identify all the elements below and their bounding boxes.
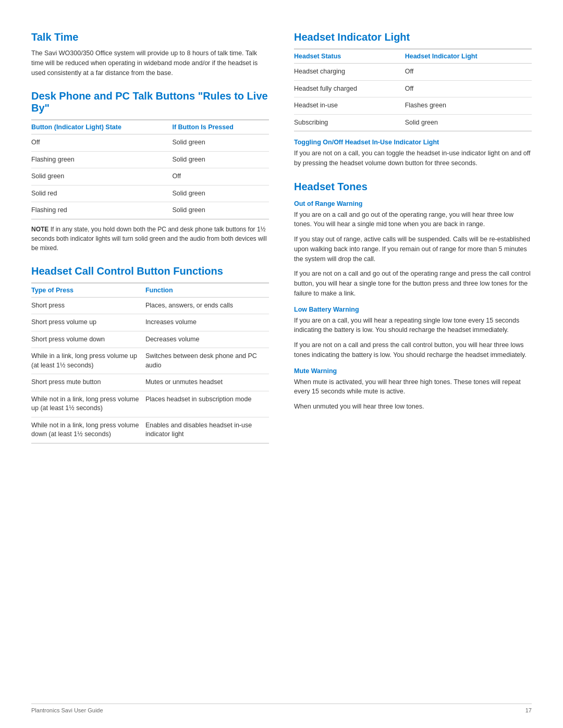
action-cell: Solid green <box>172 202 269 219</box>
desk-phone-table: Button (Indicator Light) State If Button… <box>31 119 269 219</box>
table-row: While in a link, long press volume up (a… <box>31 348 269 374</box>
status-cell: Subscribing <box>294 114 405 131</box>
toggle-heading: Toggling On/Off Headset In-Use Indicator… <box>294 139 532 146</box>
status-cell: Headset charging <box>294 64 405 81</box>
state-cell: Solid green <box>31 168 172 186</box>
headset-call-control-section: Headset Call Control Button Functions Ty… <box>31 265 269 443</box>
page-footer: Plantronics Savi User Guide 17 <box>31 704 532 713</box>
desk-phone-title: Desk Phone and PC Talk Buttons "Rules to… <box>31 90 269 114</box>
out-of-range-body3: If you are not on a call and go out of t… <box>294 269 532 298</box>
table-row: Short pressPlaces, answers, or ends call… <box>31 297 269 314</box>
table-row: Solid redSolid green <box>31 185 269 202</box>
headset-call-control-table: Type of Press Function Short pressPlaces… <box>31 282 269 443</box>
headset-indicator-light-section: Headset Indicator Light Headset Status H… <box>294 31 532 168</box>
function-cell: Switches between desk phone and PC audio <box>145 348 269 374</box>
desk-phone-section: Desk Phone and PC Talk Buttons "Rules to… <box>31 90 269 253</box>
light-cell: Off <box>405 64 532 81</box>
action-cell: Off <box>172 168 269 186</box>
table-row: Short press mute buttonMutes or unmutes … <box>31 374 269 391</box>
mute-warning-body1: When mute is activated, you will hear th… <box>294 377 532 397</box>
desk-phone-note: NOTE If in any state, you hold down both… <box>31 225 269 253</box>
light-cell: Flashes green <box>405 97 532 115</box>
table-row: Headset fully chargedOff <box>294 80 532 97</box>
action-cell: Solid green <box>172 151 269 168</box>
action-cell: Solid green <box>172 134 269 152</box>
table-row: OffSolid green <box>31 134 269 152</box>
light-cell: Off <box>405 80 532 97</box>
low-battery-heading: Low Battery Warning <box>294 306 532 313</box>
table-row: Short press volume upIncreases volume <box>31 314 269 331</box>
state-cell: Flashing red <box>31 202 172 219</box>
function-cell: Places, answers, or ends calls <box>145 297 269 314</box>
footer-right: 17 <box>525 707 532 713</box>
out-of-range-body2: If you stay out of range, active calls w… <box>294 235 532 264</box>
table-row: While not in a link, long press volume u… <box>31 391 269 417</box>
state-cell: Solid red <box>31 185 172 202</box>
headset-call-control-title: Headset Call Control Button Functions <box>31 265 269 277</box>
light-cell: Solid green <box>405 114 532 131</box>
call-control-col2-header: Function <box>145 283 269 298</box>
mute-warning-heading: Mute Warning <box>294 367 532 375</box>
type-cell: While not in a link, long press volume d… <box>31 417 145 443</box>
low-battery-body2: If you are not on a call and press the c… <box>294 340 532 360</box>
desk-phone-col1-header: Button (Indicator Light) State <box>31 120 172 134</box>
status-cell: Headset fully charged <box>294 80 405 97</box>
type-cell: While not in a link, long press volume u… <box>31 391 145 417</box>
mute-warning-body2: When unmuted you will hear three low ton… <box>294 402 532 412</box>
call-control-col1-header: Type of Press <box>31 283 145 298</box>
headset-tones-title: Headset Tones <box>294 181 532 193</box>
status-cell: Headset in-use <box>294 97 405 115</box>
table-row: While not in a link, long press volume d… <box>31 417 269 443</box>
function-cell: Decreases volume <box>145 331 269 348</box>
indicator-col2-header: Headset Indicator Light <box>405 49 532 64</box>
table-row: Short press volume downDecreases volume <box>31 331 269 348</box>
table-row: Headset chargingOff <box>294 64 532 81</box>
action-cell: Solid green <box>172 185 269 202</box>
type-cell: While in a link, long press volume up (a… <box>31 348 145 374</box>
out-of-range-heading: Out of Range Warning <box>294 200 532 207</box>
table-row: Headset in-useFlashes green <box>294 97 532 115</box>
function-cell: Enables and disables headset in-use indi… <box>145 417 269 443</box>
headset-tones-section: Headset Tones Out of Range Warning If yo… <box>294 181 532 412</box>
desk-phone-col2-header: If Button Is Pressed <box>172 120 269 134</box>
table-row: SubscribingSolid green <box>294 114 532 131</box>
low-battery-body1: If you are on a call, you will hear a re… <box>294 316 532 336</box>
table-row: Flashing redSolid green <box>31 202 269 219</box>
toggle-body: If you are not on a call, you can toggle… <box>294 149 532 168</box>
talk-time-section: Talk Time The Savi WO300/350 Office syst… <box>31 31 269 78</box>
footer-left: Plantronics Savi User Guide <box>31 707 103 713</box>
table-row: Solid greenOff <box>31 168 269 186</box>
type-cell: Short press <box>31 297 145 314</box>
table-row: Flashing greenSolid green <box>31 151 269 168</box>
state-cell: Off <box>31 134 172 152</box>
function-cell: Places headset in subscription mode <box>145 391 269 417</box>
function-cell: Increases volume <box>145 314 269 331</box>
headset-indicator-light-title: Headset Indicator Light <box>294 31 532 43</box>
type-cell: Short press volume up <box>31 314 145 331</box>
talk-time-body: The Savi WO300/350 Office system will pr… <box>31 48 269 78</box>
talk-time-title: Talk Time <box>31 31 269 43</box>
indicator-col1-header: Headset Status <box>294 49 405 64</box>
function-cell: Mutes or unmutes headset <box>145 374 269 391</box>
out-of-range-body1: If you are on a call and go out of the o… <box>294 210 532 230</box>
type-cell: Short press mute button <box>31 374 145 391</box>
state-cell: Flashing green <box>31 151 172 168</box>
type-cell: Short press volume down <box>31 331 145 348</box>
headset-indicator-light-table: Headset Status Headset Indicator Light H… <box>294 48 532 131</box>
